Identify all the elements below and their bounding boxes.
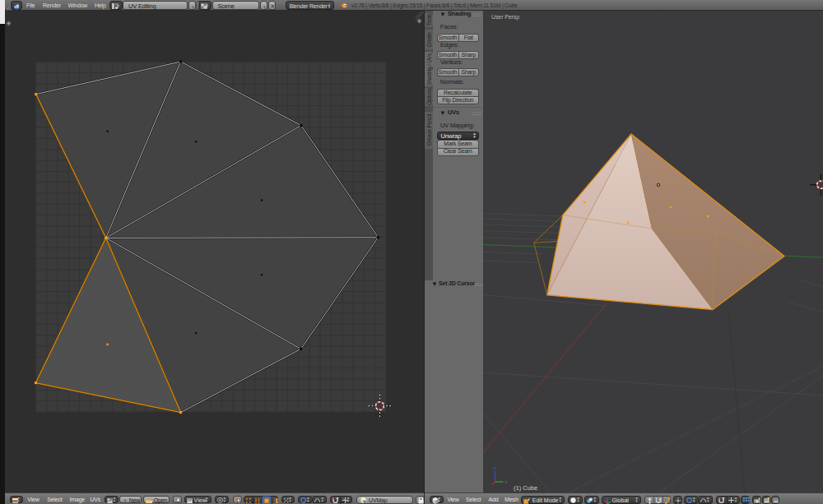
svg-text:z: z bbox=[494, 465, 496, 470]
svg-text:Y: Y bbox=[504, 480, 508, 485]
